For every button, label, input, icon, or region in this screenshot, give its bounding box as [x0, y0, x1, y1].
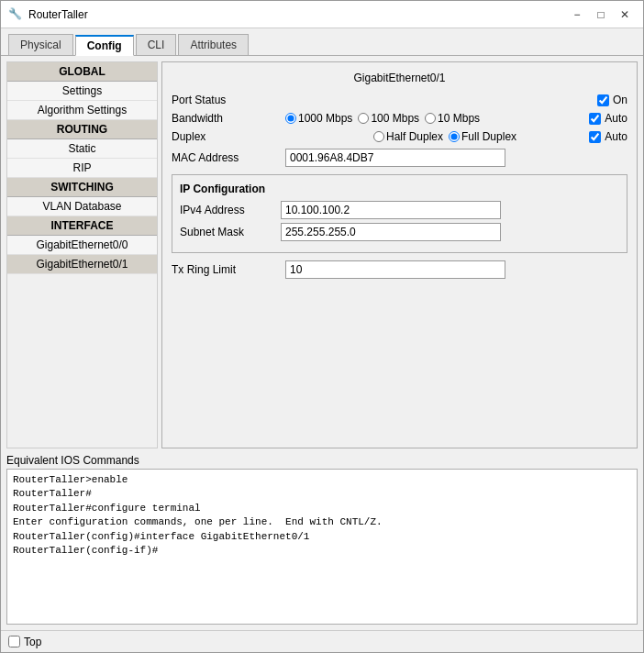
ipv4-input[interactable]	[281, 201, 501, 219]
bandwidth-radio-group: 1000 Mbps 100 Mbps 10 Mbps Auto	[285, 112, 627, 125]
sidebar-header-interface: INTERFACE	[7, 216, 157, 236]
duplex-label: Duplex	[172, 130, 282, 143]
bandwidth-1000-label: 1000 Mbps	[298, 112, 352, 125]
ios-title: Equivalent IOS Commands	[6, 454, 638, 467]
duplex-row: Duplex Half Duplex Full Duplex	[172, 130, 627, 143]
tx-ring-input[interactable]	[285, 260, 505, 279]
duplex-auto-checkbox[interactable]	[589, 131, 601, 143]
tx-ring-row: Tx Ring Limit	[172, 260, 627, 279]
duplex-radio-group: Half Duplex Full Duplex Auto	[285, 130, 627, 143]
bandwidth-100-radio[interactable]	[358, 113, 369, 124]
content-area: GigabitEthernet0/1 Port Status On Bandwi…	[161, 61, 638, 448]
tab-cli[interactable]: CLI	[136, 34, 177, 55]
app-icon: 🔧	[8, 7, 23, 22]
bandwidth-10: 10 Mbps	[425, 112, 480, 125]
main-area: GLOBAL Settings Algorithm Settings ROUTI…	[1, 56, 643, 454]
sidebar-header-switching: SWITCHING	[7, 178, 157, 197]
sidebar-item-algorithm-settings[interactable]: Algorithm Settings	[7, 101, 157, 120]
duplex-half-label: Half Duplex	[386, 130, 443, 143]
title-bar-left: 🔧 RouterTaller	[8, 7, 88, 22]
bandwidth-row: Bandwidth 1000 Mbps 100 Mbps 10 Mbps	[172, 112, 627, 125]
ipv4-row: IPv4 Address	[180, 201, 619, 219]
port-status-row: Port Status On	[172, 94, 627, 106]
mac-address-label: MAC Address	[172, 151, 282, 164]
maximize-button[interactable]: □	[590, 6, 612, 24]
ios-line-configure: RouterTaller#configure terminal	[13, 502, 631, 515]
top-checkbox-group: Top	[8, 636, 41, 648]
tab-attributes[interactable]: Attributes	[178, 34, 249, 55]
bandwidth-100: 100 Mbps	[358, 112, 419, 125]
bandwidth-1000: 1000 Mbps	[285, 112, 352, 125]
window-controls: − □ ✕	[566, 6, 636, 24]
port-status-label: Port Status	[172, 94, 282, 106]
close-button[interactable]: ✕	[614, 6, 636, 24]
ios-line-enter: Enter configuration commands, one per li…	[13, 515, 631, 529]
content-panel: GigabitEthernet0/1 Port Status On Bandwi…	[161, 61, 638, 448]
status-bar: Top	[1, 630, 643, 652]
sidebar-header-routing: ROUTING	[7, 120, 157, 139]
sidebar-item-gigabitethernet01[interactable]: GigabitEthernet0/1	[7, 255, 157, 274]
sidebar-item-rip[interactable]: RIP	[7, 159, 157, 178]
interface-title: GigabitEthernet0/1	[172, 72, 627, 84]
top-checkbox[interactable]	[8, 636, 20, 647]
sidebar-item-gigabitethernet00[interactable]: GigabitEthernet0/0	[7, 236, 157, 255]
duplex-auto-label: Auto	[605, 130, 627, 143]
tab-physical[interactable]: Physical	[8, 34, 73, 55]
ipv4-label: IPv4 Address	[180, 204, 281, 216]
bandwidth-auto-label: Auto	[605, 112, 627, 125]
port-status-checkbox[interactable]	[597, 94, 609, 106]
duplex-full-radio[interactable]	[449, 131, 460, 142]
top-label: Top	[24, 636, 41, 648]
subnet-label: Subnet Mask	[180, 226, 281, 238]
ios-line-configif: RouterTaller(config-if)#	[13, 544, 631, 558]
ip-config-title: IP Configuration	[180, 183, 619, 195]
main-window: 🔧 RouterTaller − □ ✕ Physical Config CLI…	[0, 0, 644, 653]
sidebar: GLOBAL Settings Algorithm Settings ROUTI…	[6, 61, 158, 448]
sidebar-header-global: GLOBAL	[7, 62, 157, 82]
bandwidth-10-radio[interactable]	[425, 113, 436, 124]
bandwidth-100-label: 100 Mbps	[371, 112, 419, 125]
tx-ring-label: Tx Ring Limit	[172, 263, 282, 276]
bandwidth-10-label: 10 Mbps	[438, 112, 480, 125]
ios-line-hash: RouterTaller#	[13, 487, 631, 501]
ios-terminal[interactable]: RouterTaller>enable RouterTaller# Router…	[6, 469, 638, 625]
mac-address-input[interactable]	[285, 149, 505, 167]
mac-address-row: MAC Address	[172, 149, 627, 167]
duplex-full-label: Full Duplex	[461, 130, 516, 143]
sidebar-scroll: GLOBAL Settings Algorithm Settings ROUTI…	[7, 62, 157, 448]
subnet-input[interactable]	[281, 223, 501, 241]
port-status-checkbox-group: On	[597, 94, 627, 106]
title-bar: 🔧 RouterTaller − □ ✕	[1, 1, 643, 28]
subnet-row: Subnet Mask	[180, 223, 619, 241]
ip-config-section: IP Configuration IPv4 Address Subnet Mas…	[172, 174, 627, 253]
ios-line-interface: RouterTaller(config)#interface GigabitEt…	[13, 530, 631, 544]
bandwidth-auto-group: Auto	[589, 112, 627, 125]
sidebar-item-vlan-database[interactable]: VLAN Database	[7, 197, 157, 216]
tab-config[interactable]: Config	[75, 35, 134, 56]
bandwidth-1000-radio[interactable]	[285, 113, 296, 124]
duplex-half-radio[interactable]	[373, 131, 384, 142]
duplex-auto-group: Auto	[589, 130, 627, 143]
port-status-checkbox-label: On	[613, 94, 627, 106]
sidebar-item-settings[interactable]: Settings	[7, 82, 157, 101]
ios-section: Equivalent IOS Commands RouterTaller>ena…	[1, 454, 643, 630]
duplex-full: Full Duplex	[449, 130, 516, 143]
minimize-button[interactable]: −	[566, 6, 588, 24]
window-title: RouterTaller	[28, 8, 88, 21]
duplex-half: Half Duplex	[373, 130, 443, 143]
tabs-bar: Physical Config CLI Attributes	[1, 28, 643, 56]
bandwidth-auto-checkbox[interactable]	[589, 113, 601, 125]
sidebar-item-static[interactable]: Static	[7, 139, 157, 159]
bandwidth-label: Bandwidth	[172, 112, 282, 125]
ios-line-enable: RouterTaller>enable	[13, 473, 631, 487]
